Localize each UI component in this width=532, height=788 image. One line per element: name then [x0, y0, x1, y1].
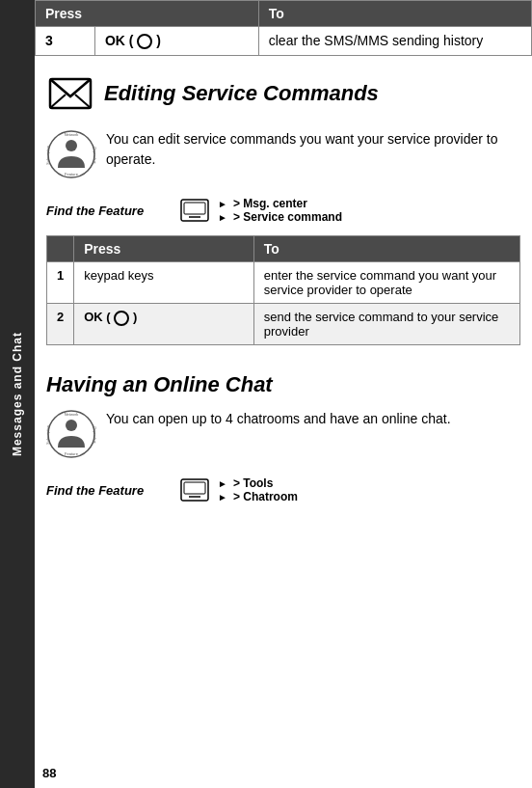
- section2-body-text: You can open up to 4 chatrooms and have …: [106, 409, 520, 429]
- to-cell: send the service command to your service…: [253, 304, 519, 345]
- press-cell: OK ( ): [74, 304, 254, 345]
- svg-point-3: [48, 131, 94, 177]
- envelope-icon: [46, 69, 94, 118]
- section1-find-feature: Find the Feature ► > Msg. center ► > Ser…: [35, 189, 532, 231]
- table-row: 2 OK ( ) send the service command to you…: [47, 304, 520, 345]
- row-num: 2: [47, 304, 74, 345]
- section1-body-row: Network Feature Subscription Dependent Y…: [35, 125, 532, 189]
- inner-table-1: Press To 1 keypad keys enter the service…: [46, 235, 520, 345]
- ok-key-label: OK: [84, 310, 103, 324]
- section2-body-row: Network Feature Subscription Dependent Y…: [35, 405, 532, 469]
- ok-paren-close: ): [133, 310, 137, 324]
- menu-icon-1: [179, 198, 210, 223]
- find-step-1-1: ► > Msg. center: [218, 197, 342, 210]
- sidebar: Messages and Chat: [0, 0, 35, 788]
- svg-rect-10: [184, 203, 205, 214]
- section1-body-text: You can edit service commands you want y…: [106, 129, 520, 170]
- find-step-2-2: ► > Chatroom: [218, 490, 298, 503]
- top-table-header-press: Press: [36, 1, 259, 27]
- svg-point-4: [66, 140, 77, 151]
- svg-text:Dependent: Dependent: [93, 148, 96, 164]
- section2-title: Having an Online Chat: [46, 372, 273, 397]
- svg-text:Network: Network: [65, 412, 79, 417]
- circle-key-icon: [137, 34, 152, 49]
- svg-line-2: [75, 95, 91, 108]
- row-num: 3: [36, 27, 95, 56]
- svg-point-12: [48, 411, 94, 457]
- section1-title: Editing Service Commands: [104, 81, 379, 106]
- network-badge-svg-2: Network Feature Subscription Dependent: [46, 409, 96, 459]
- top-table-header-to: To: [258, 1, 531, 27]
- arrow-icon: ►: [218, 492, 227, 503]
- arrow-icon: ►: [218, 212, 227, 223]
- svg-line-1: [50, 95, 66, 108]
- svg-text:Feature: Feature: [65, 451, 79, 456]
- inner-header-press: Press: [74, 236, 254, 262]
- network-badge: Network Feature Subscription Dependent: [46, 129, 96, 179]
- arrow-icon: ►: [218, 478, 227, 489]
- main-content: Press To 3 OK ( ) clear the SMS/MMS send…: [35, 0, 532, 788]
- to-cell: clear the SMS/MMS sending history: [258, 27, 531, 56]
- svg-rect-19: [184, 482, 205, 494]
- find-feature-steps-1: ► > Msg. center ► > Service command: [218, 197, 342, 224]
- to-cell: enter the service command you want your …: [253, 262, 519, 304]
- row-num: 1: [47, 262, 74, 304]
- section2-heading: Having an Online Chat: [35, 359, 532, 405]
- inner-header-num: [47, 236, 74, 262]
- find-feature-label-1: Find the Feature: [46, 204, 172, 218]
- table-row: 3 OK ( ) clear the SMS/MMS sending histo…: [36, 27, 532, 56]
- svg-text:Subscription: Subscription: [46, 147, 50, 165]
- ok-paren-close: ): [156, 33, 161, 48]
- press-cell: keypad keys: [74, 262, 254, 304]
- find-step-1-2: ► > Service command: [218, 210, 342, 224]
- arrow-icon: ►: [218, 199, 227, 209]
- section2-find-feature: Find the Feature ► > Tools ► > Chatroom: [35, 469, 532, 511]
- ok-paren-open: (: [106, 310, 114, 324]
- find-feature-steps-2: ► > Tools ► > Chatroom: [218, 476, 298, 503]
- svg-text:Dependent: Dependent: [93, 427, 96, 444]
- find-feature-label-2: Find the Feature: [46, 483, 172, 498]
- table-row: 1 keypad keys enter the service command …: [47, 262, 520, 304]
- page-number: 88: [42, 766, 56, 780]
- ok-paren-open: (: [129, 33, 138, 48]
- sidebar-label: Messages and Chat: [11, 332, 24, 456]
- press-cell: OK ( ): [94, 27, 258, 56]
- network-badge-svg: Network Feature Subscription Dependent: [46, 129, 96, 179]
- menu-icon-2: [179, 477, 210, 503]
- svg-point-13: [66, 420, 77, 431]
- section2: Having an Online Chat Network Feature Su…: [35, 359, 532, 511]
- svg-text:Network: Network: [65, 132, 79, 137]
- svg-text:Subscription: Subscription: [46, 426, 50, 445]
- network-badge-2: Network Feature Subscription Dependent: [46, 409, 96, 459]
- ok-key-label: OK: [105, 33, 125, 48]
- circle-key-icon: [114, 311, 129, 326]
- top-table: Press To 3 OK ( ) clear the SMS/MMS send…: [35, 0, 532, 56]
- svg-text:Feature: Feature: [65, 172, 79, 177]
- find-step-2-1: ► > Tools: [218, 476, 298, 490]
- section1-heading: Editing Service Commands: [35, 56, 532, 125]
- inner-header-to: To: [253, 236, 519, 262]
